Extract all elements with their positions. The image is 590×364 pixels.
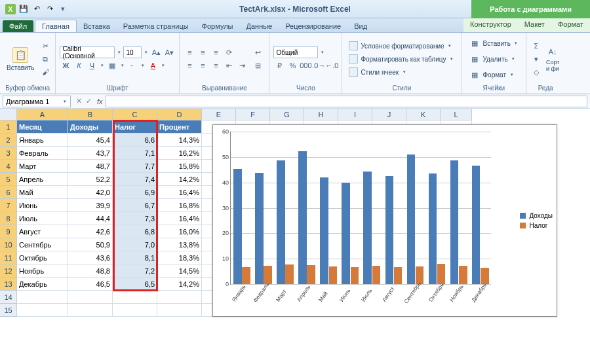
- cell[interactable]: 16,0%: [157, 225, 202, 238]
- cell[interactable]: 46,5: [68, 278, 113, 291]
- redo-icon[interactable]: ↷: [45, 4, 55, 14]
- tab-file[interactable]: Файл: [3, 20, 33, 32]
- fill-color-icon[interactable]: 🞍: [127, 60, 138, 71]
- column-header[interactable]: F: [236, 109, 270, 120]
- indent-increase-icon[interactable]: ⇥: [236, 60, 248, 71]
- chart-bar[interactable]: [342, 183, 350, 284]
- cell[interactable]: 39,9: [68, 199, 113, 212]
- cell[interactable]: Май: [17, 186, 68, 199]
- cell[interactable]: [157, 291, 202, 304]
- cell[interactable]: Июль: [17, 212, 68, 225]
- underline-icon[interactable]: Ч: [86, 60, 98, 71]
- format-painter-icon[interactable]: 🖌: [39, 66, 51, 78]
- row-header[interactable]: 11: [0, 251, 17, 264]
- cell[interactable]: 13,8%: [157, 238, 202, 251]
- excel-icon[interactable]: X: [5, 4, 16, 14]
- column-header[interactable]: L: [441, 109, 472, 120]
- bold-icon[interactable]: Ж: [60, 60, 71, 71]
- cell[interactable]: 14,3%: [157, 134, 202, 147]
- font-color-icon[interactable]: A: [147, 60, 159, 71]
- align-middle-icon[interactable]: ≡: [197, 46, 208, 58]
- cell[interactable]: 15,8%: [157, 160, 202, 173]
- increase-decimal-icon[interactable]: .0→: [313, 60, 324, 71]
- grow-font-icon[interactable]: A▴: [150, 46, 162, 58]
- undo-icon[interactable]: ↶: [31, 4, 42, 14]
- chart-bar[interactable]: [437, 264, 446, 284]
- tab-page-layout[interactable]: Разметка страницы: [117, 20, 195, 32]
- cell[interactable]: 7,0: [113, 238, 157, 251]
- column-header[interactable]: C: [113, 109, 157, 120]
- orientation-icon[interactable]: ⟳: [223, 46, 235, 58]
- cell[interactable]: 44,4: [68, 212, 113, 225]
- cell[interactable]: 7,7: [113, 160, 157, 173]
- wrap-text-icon[interactable]: ↩: [250, 46, 265, 58]
- cell[interactable]: Октябрь: [17, 251, 68, 264]
- chart-plot-area[interactable]: 0102030405060: [230, 132, 491, 285]
- chart-bar[interactable]: [394, 267, 403, 284]
- align-left-icon[interactable]: ≡: [184, 60, 195, 71]
- row-header[interactable]: 3: [0, 147, 17, 160]
- cell[interactable]: 16,4%: [157, 186, 202, 199]
- chart-bar[interactable]: [351, 267, 359, 284]
- tab-chart-format[interactable]: Формат: [551, 18, 590, 32]
- chart-bar[interactable]: [329, 266, 338, 284]
- save-icon[interactable]: 💾: [18, 4, 29, 14]
- cell[interactable]: [157, 304, 202, 317]
- cell[interactable]: 14,2%: [157, 278, 202, 291]
- number-format-combo[interactable]: Общий: [273, 46, 318, 58]
- column-header[interactable]: I: [338, 109, 372, 120]
- cell[interactable]: 6,5: [113, 278, 157, 291]
- row-header[interactable]: 4: [0, 160, 17, 173]
- cell[interactable]: 14,5%: [157, 264, 202, 278]
- chart-bar[interactable]: [372, 266, 381, 284]
- cell[interactable]: 6,9: [113, 186, 157, 199]
- cell[interactable]: 7,3: [113, 212, 157, 225]
- cell[interactable]: 16,8%: [157, 199, 202, 212]
- chevron-down-icon[interactable]: ▾: [116, 50, 122, 55]
- cell[interactable]: 48,7: [68, 160, 113, 173]
- cell[interactable]: 16,2%: [157, 147, 202, 160]
- cell[interactable]: 18,3%: [157, 251, 202, 264]
- cell[interactable]: 6,8: [113, 225, 157, 238]
- cell[interactable]: 43,7: [68, 147, 113, 160]
- cell[interactable]: 6,6: [113, 134, 157, 147]
- cancel-icon[interactable]: ✕: [76, 97, 82, 105]
- percent-icon[interactable]: %: [286, 60, 298, 71]
- row-header[interactable]: 12: [0, 264, 17, 278]
- tab-view[interactable]: Вид: [347, 20, 374, 32]
- row-header[interactable]: 10: [0, 238, 17, 251]
- chart-bar[interactable]: [450, 160, 459, 285]
- copy-icon[interactable]: ⧉: [39, 53, 51, 65]
- select-all-corner[interactable]: [0, 109, 17, 120]
- delete-cells-button[interactable]: ▦Удалить▾: [466, 52, 522, 66]
- cell[interactable]: Февраль: [17, 147, 68, 160]
- cell[interactable]: Март: [17, 160, 68, 173]
- cell[interactable]: 8,1: [113, 251, 157, 264]
- chart-bar[interactable]: [277, 160, 285, 284]
- chart-bar[interactable]: [472, 166, 481, 284]
- cell[interactable]: Доходы: [68, 120, 113, 134]
- conditional-formatting-button[interactable]: Условное форматирование▾: [346, 40, 457, 52]
- chart-object[interactable]: 0102030405060 ЯнварьФевральМартАпрельМай…: [212, 124, 557, 317]
- cell[interactable]: 42,0: [68, 186, 113, 199]
- chart-bar[interactable]: [307, 265, 315, 284]
- paste-button[interactable]: 📋 Вставить: [4, 46, 37, 73]
- cell[interactable]: 14,2%: [157, 173, 202, 186]
- shrink-font-icon[interactable]: A▾: [163, 46, 175, 58]
- column-header[interactable]: H: [304, 109, 338, 120]
- cell[interactable]: 52,2: [68, 173, 113, 186]
- indent-decrease-icon[interactable]: ⇤: [223, 60, 235, 71]
- comma-icon[interactable]: 000: [300, 60, 311, 71]
- cell[interactable]: 6,7: [113, 199, 157, 212]
- accounting-icon[interactable]: ₽: [273, 60, 285, 71]
- row-header[interactable]: 5: [0, 173, 17, 186]
- chevron-down-icon[interactable]: ▾: [160, 63, 166, 68]
- cell[interactable]: Апрель: [17, 173, 68, 186]
- row-header[interactable]: 6: [0, 186, 17, 199]
- formula-input[interactable]: [106, 96, 587, 107]
- row-header[interactable]: 13: [0, 278, 17, 291]
- cell[interactable]: Ноябрь: [17, 264, 68, 278]
- cell[interactable]: [113, 304, 157, 317]
- cell[interactable]: 7,4: [113, 173, 157, 186]
- italic-icon[interactable]: К: [73, 60, 85, 71]
